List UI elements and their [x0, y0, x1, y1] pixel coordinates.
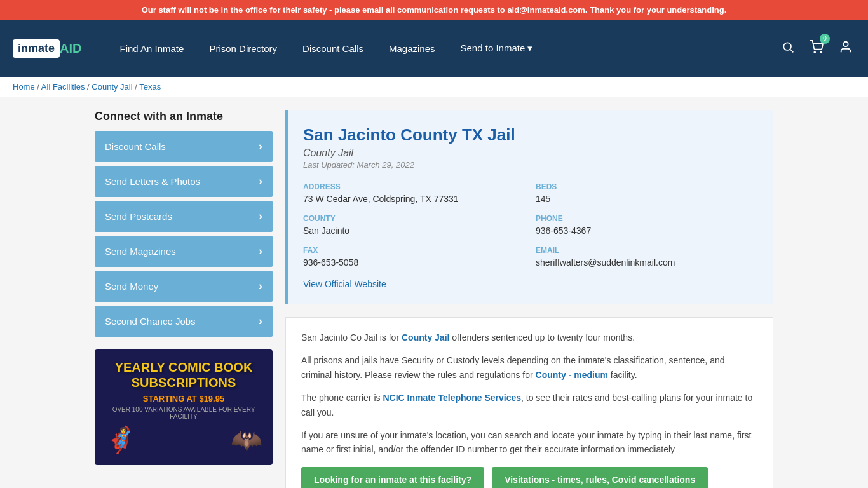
- connect-heading: Connect with an Inmate: [95, 110, 273, 123]
- address-value: 73 W Cedar Ave, Coldspring, TX 77331: [303, 194, 526, 204]
- visitations-button[interactable]: Visitations - times, rules, Covid cancel…: [492, 467, 708, 488]
- breadcrumb-area: Home / All Facilities / County Jail / Te…: [0, 77, 868, 97]
- sidebar-send-magazines[interactable]: Send Magazines ›: [95, 236, 273, 267]
- beds-label: BEDS: [536, 182, 758, 191]
- search-button[interactable]: [779, 38, 797, 59]
- arrow-icon: ›: [259, 210, 262, 223]
- desc-p1: San Jacinto Co Jail is for County Jail o…: [301, 330, 757, 344]
- fax-label: FAX: [303, 246, 526, 255]
- fax-block: FAX 936-653-5058: [303, 246, 526, 268]
- sidebar: Connect with an Inmate Discount Calls › …: [95, 110, 273, 488]
- breadcrumb-county-jail[interactable]: County Jail: [92, 82, 132, 92]
- svg-point-0: [783, 43, 791, 50]
- nav-discount-calls[interactable]: Discount Calls: [290, 20, 376, 77]
- breadcrumb-all-facilities[interactable]: All Facilities: [41, 82, 85, 92]
- nav-find-inmate[interactable]: Find An Inmate: [107, 20, 196, 77]
- phone-label: PHONE: [536, 214, 758, 223]
- ad-heroes: 🦸 🦇: [105, 425, 262, 455]
- beds-value: 145: [536, 194, 758, 204]
- sidebar-discount-calls[interactable]: Discount Calls ›: [95, 131, 273, 162]
- cart-badge: 0: [820, 34, 830, 44]
- alert-bar: Our staff will not be in the office for …: [0, 0, 868, 20]
- last-updated: Last Updated: March 29, 2022: [303, 160, 758, 170]
- logo-inmate: inmate: [13, 39, 60, 58]
- svg-point-3: [820, 51, 822, 53]
- header: inmate AID Find An Inmate Prison Directo…: [0, 20, 868, 77]
- official-link: View Official Website: [303, 279, 758, 289]
- svg-line-1: [790, 49, 794, 52]
- desc-p2: All prisons and jails have Security or C…: [301, 353, 757, 382]
- ncic-link[interactable]: NCIC Inmate Telephone Services: [383, 393, 521, 403]
- arrow-icon: ›: [259, 175, 262, 188]
- sidebar-send-money[interactable]: Send Money ›: [95, 271, 273, 302]
- facility-card: San Jacinto County TX Jail County Jail L…: [285, 110, 773, 304]
- desc-p3: The phone carrier is NCIC Inmate Telepho…: [301, 391, 757, 419]
- nav-icons: 0: [779, 37, 855, 60]
- county-medium-link[interactable]: County - medium: [536, 370, 608, 380]
- alert-text: Our staff will not be in the office for …: [142, 5, 727, 15]
- arrow-icon: ›: [259, 140, 262, 153]
- nav-magazines[interactable]: Magazines: [376, 20, 448, 77]
- desc-p4: If you are unsure of your inmate's locat…: [301, 428, 757, 457]
- sidebar-second-chance[interactable]: Second Chance Jobs ›: [95, 306, 273, 337]
- address-label: ADDRESS: [303, 182, 526, 191]
- county-value: San Jacinto: [303, 226, 526, 236]
- breadcrumb-texas[interactable]: Texas: [139, 82, 161, 92]
- official-website-link[interactable]: View Official Website: [303, 279, 386, 289]
- fax-value: 936-653-5058: [303, 257, 526, 268]
- superman-icon: 🦸: [105, 425, 137, 455]
- beds-block: BEDS 145: [536, 182, 758, 204]
- phone-block: PHONE 936-653-4367: [536, 214, 758, 236]
- email-block: EMAIL sheriffwalters@suddenlinkmail.com: [536, 246, 758, 268]
- user-button[interactable]: [836, 37, 855, 60]
- nav-prison-directory[interactable]: Prison Directory: [196, 20, 290, 77]
- logo-aid: AID: [60, 41, 81, 56]
- phone-value: 936-653-4367: [536, 226, 758, 236]
- svg-point-2: [814, 51, 815, 53]
- ad-title: YEARLY COMIC BOOK SUBSCRIPTIONS: [105, 360, 262, 390]
- description-area: San Jacinto Co Jail is for County Jail o…: [285, 317, 773, 488]
- sidebar-send-postcards[interactable]: Send Postcards ›: [95, 201, 273, 232]
- info-grid: ADDRESS 73 W Cedar Ave, Coldspring, TX 7…: [303, 182, 758, 268]
- arrow-icon: ›: [259, 315, 262, 328]
- county-jail-link[interactable]: County Jail: [402, 332, 449, 342]
- arrow-icon: ›: [259, 280, 262, 293]
- county-label: COUNTY: [303, 214, 526, 223]
- svg-point-4: [843, 41, 848, 46]
- nav-send-to-inmate[interactable]: Send to Inmate ▾: [448, 20, 546, 77]
- email-label: EMAIL: [536, 246, 758, 255]
- facility-name: San Jacinto County TX Jail: [303, 125, 758, 145]
- email-value: sheriffwalters@suddenlinkmail.com: [536, 257, 758, 268]
- breadcrumb-home[interactable]: Home: [13, 82, 35, 92]
- sidebar-send-letters[interactable]: Send Letters & Photos ›: [95, 166, 273, 197]
- arrow-icon: ›: [259, 245, 262, 258]
- ad-price: STARTING AT $19.95: [105, 394, 262, 403]
- cart-button[interactable]: 0: [807, 37, 826, 60]
- content-panel: San Jacinto County TX Jail County Jail L…: [285, 110, 773, 488]
- sidebar-ad[interactable]: YEARLY COMIC BOOK SUBSCRIPTIONS STARTING…: [95, 349, 273, 465]
- ad-avail: OVER 100 VARIATIONS AVAILABLE FOR EVERY …: [105, 406, 262, 420]
- main-content: Connect with an Inmate Discount Calls › …: [85, 110, 783, 488]
- action-buttons: Looking for an inmate at this facility? …: [301, 467, 757, 488]
- inmate-lookup-button[interactable]: Looking for an inmate at this facility?: [301, 467, 484, 488]
- address-block: ADDRESS 73 W Cedar Ave, Coldspring, TX 7…: [303, 182, 526, 204]
- breadcrumb: Home / All Facilities / County Jail / Te…: [13, 82, 855, 92]
- batman-icon: 🦇: [231, 425, 262, 455]
- county-block: COUNTY San Jacinto: [303, 214, 526, 236]
- facility-type: County Jail: [303, 147, 758, 159]
- main-nav: Find An Inmate Prison Directory Discount…: [107, 20, 779, 77]
- logo[interactable]: inmate AID: [13, 39, 81, 58]
